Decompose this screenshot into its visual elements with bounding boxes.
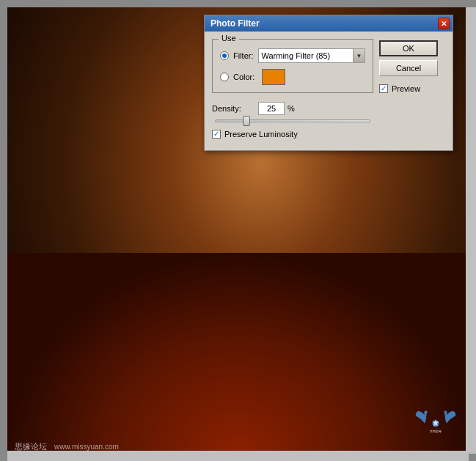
horizontal-scrollbar[interactable] — [7, 451, 469, 461]
preview-label: Preview — [392, 84, 420, 93]
url-label: www.missyuan.com — [54, 443, 119, 451]
dialog-right-panel: OK Cancel Preview — [379, 39, 445, 97]
dialog-content: Use Filter: Warming Filter (85) ▼ Color: — [205, 32, 453, 150]
dialog-left-panel: Use Filter: Warming Filter (85) ▼ Color: — [212, 39, 373, 143]
photo-filter-dialog: Photo Filter ✕ Use Filter: Warming Filte… — [204, 15, 453, 151]
preserve-luminosity-label: Preserve Luminosity — [224, 130, 298, 139]
density-unit: % — [288, 104, 295, 113]
color-radio-button[interactable] — [220, 73, 229, 81]
preview-row: Preview — [379, 84, 445, 93]
density-label: Density: — [212, 104, 252, 113]
color-label: Color: — [233, 73, 255, 81]
filter-dropdown[interactable]: Warming Filter (85) ▼ — [258, 48, 366, 63]
preview-checkbox[interactable] — [379, 84, 388, 93]
filter-radio-row: Filter: Warming Filter (85) ▼ — [220, 48, 365, 63]
dialog-titlebar: Photo Filter ✕ — [205, 15, 453, 32]
preserve-luminosity-row: Preserve Luminosity — [212, 130, 373, 139]
watermark-text: 思缘论坛 www.missyuan.com — [15, 441, 119, 452]
density-row: Density: % — [212, 102, 373, 115]
color-swatch[interactable] — [262, 69, 285, 85]
ok-button[interactable]: OK — [379, 40, 438, 56]
close-button[interactable]: ✕ — [438, 18, 450, 29]
filter-radio-button[interactable] — [220, 51, 229, 60]
wings-logo: 学而思考 — [414, 406, 458, 438]
density-slider-thumb[interactable] — [243, 116, 250, 126]
vertical-scrollbar[interactable] — [466, 7, 476, 454]
svg-text:学而思考: 学而思考 — [430, 429, 442, 433]
color-radio-row: Color: — [220, 69, 365, 85]
forum-label: 思缘论坛 — [15, 442, 47, 451]
cancel-button[interactable]: Cancel — [379, 60, 438, 76]
dialog-title: Photo Filter — [208, 18, 260, 29]
preserve-luminosity-checkbox[interactable] — [212, 130, 221, 139]
density-slider-container — [212, 119, 373, 122]
dropdown-arrow-icon: ▼ — [353, 49, 365, 62]
use-group-box: Use Filter: Warming Filter (85) ▼ Color: — [212, 39, 373, 93]
filter-dropdown-text: Warming Filter (85) — [259, 51, 354, 60]
filter-label: Filter: — [233, 51, 254, 60]
density-section: Density: % — [212, 102, 373, 122]
use-group-legend: Use — [219, 34, 239, 43]
density-slider-track[interactable] — [215, 119, 370, 122]
watermark-area: 思缘论坛 www.missyuan.com 学而思考 — [7, 441, 476, 452]
density-input[interactable] — [258, 102, 285, 115]
